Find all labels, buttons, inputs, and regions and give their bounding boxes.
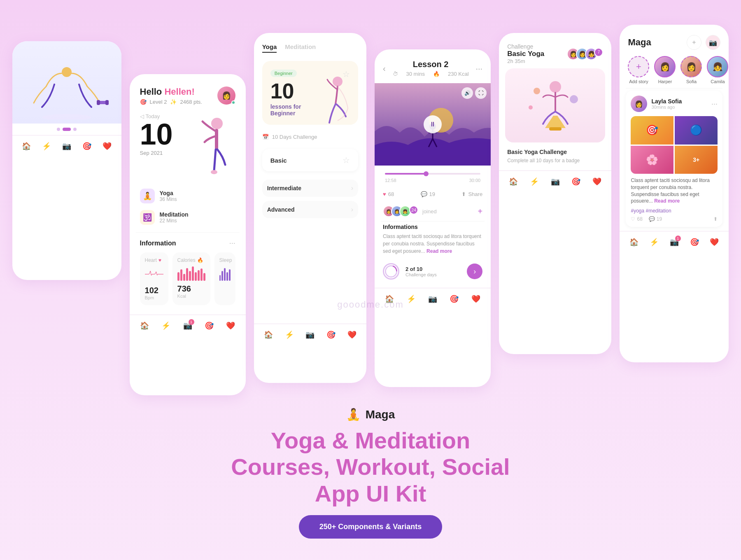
today-section: ◁ Today 10 Sep 2021 — [130, 111, 246, 181]
meditation-label: Meditation — [160, 211, 189, 218]
cta-button[interactable]: 250+ Components & Variants — [299, 515, 443, 539]
main-headline: Yoga & Meditation Courses, Workout, Soci… — [8, 427, 733, 507]
challenge-name: Challenge — [507, 43, 544, 50]
meditation-icon: 🕉️ — [140, 210, 155, 225]
phone-card-5: Challenge Basic Yoga 2h 35m 👩 👩 👧 7 — [499, 33, 611, 354]
meditation-activity: 🕉️ Meditation 22 Mins — [140, 207, 235, 228]
info-cards: Heart ♥ 102 Bpm Calories 🔥 — [140, 252, 235, 305]
user-avatar[interactable]: 👩 — [217, 86, 235, 105]
post-tags[interactable]: #yoga #meditation — [631, 208, 718, 214]
back-icon[interactable]: ‹ — [383, 64, 386, 73]
challenge-info: 2 of 10 Challenge days — [399, 266, 467, 277]
target-icon[interactable]: 🎯 — [82, 142, 91, 151]
meditation-tab[interactable]: Meditation — [285, 43, 316, 53]
post-more-icon[interactable]: ··· — [711, 100, 718, 108]
basic-card[interactable]: Basic ☆ — [262, 149, 358, 171]
comment-icon: 💬 — [421, 191, 427, 197]
heart-icon[interactable]: ❤️ — [471, 294, 480, 303]
reaction-row: ♥ 68 💬 19 ⬆ Share — [375, 187, 491, 201]
lesson-item[interactable]: Intermediate › — [262, 180, 358, 197]
svg-point-17 — [570, 95, 578, 103]
target-icon[interactable]: 🎯 — [205, 321, 214, 330]
heart-icon[interactable]: ❤️ — [103, 142, 112, 151]
story-sofia[interactable]: 👩 Sofia — [680, 56, 702, 84]
month-year: Sep 2021 — [140, 150, 173, 156]
heart-icon[interactable]: ❤️ — [226, 321, 235, 330]
yoga-activity: 🧘 Yoga 36 Mins — [140, 185, 235, 207]
svg-rect-15 — [549, 127, 562, 131]
activity-icon[interactable]: ⚡ — [285, 330, 294, 339]
camera-icon[interactable]: 📷1 — [183, 321, 192, 330]
star-icon[interactable]: ☆ — [343, 155, 350, 165]
post-img-3[interactable]: 🌸 — [631, 146, 673, 174]
activity-icon[interactable]: ⚡ — [530, 177, 539, 186]
calories-label: Calories 🔥 — [177, 257, 205, 263]
likes-item[interactable]: ♥ 68 — [383, 191, 394, 197]
camera-button[interactable]: 📷 — [706, 35, 720, 50]
progress-bar[interactable] — [385, 173, 480, 175]
more-icon[interactable]: ··· — [229, 239, 235, 247]
activity-list: 🧘 Yoga 36 Mins 🕉️ Meditation 22 Mins — [130, 181, 246, 232]
heart-icon[interactable]: ❤️ — [710, 238, 719, 247]
heart-icon: ♥ — [383, 191, 386, 197]
home-icon[interactable]: 🏠 — [509, 177, 518, 186]
home-icon[interactable]: 🏠 — [629, 238, 638, 247]
user-name: Hellen! — [164, 86, 194, 97]
yoga-tab[interactable]: Yoga — [262, 43, 277, 53]
comment-icon: 💬 — [649, 216, 655, 222]
video-controls-top: 🔊 ⛶ — [461, 87, 487, 99]
camila-avatar: 👧 — [707, 56, 728, 77]
info-section: Information ··· Heart ♥ 102 Bpm — [130, 233, 246, 311]
bottom-nav-1: 🏠 ⚡ 📷 🎯 ❤️ — [12, 135, 121, 157]
add-story-item[interactable]: + Add story — [628, 56, 649, 84]
post-img-more[interactable]: 3+ — [675, 146, 718, 174]
like-action[interactable]: ♡ 68 — [631, 216, 642, 222]
target-icon[interactable]: 🎯 — [450, 294, 459, 303]
target-icon[interactable]: 🎯 — [690, 238, 699, 247]
home-icon[interactable]: 🏠 — [385, 294, 394, 303]
target-icon[interactable]: 🎯 — [326, 330, 336, 339]
camera-icon[interactable]: 📷 — [62, 142, 71, 151]
more-icon[interactable]: ··· — [475, 64, 482, 73]
activity-icon[interactable]: ⚡ — [42, 142, 51, 151]
social-header: Maga + 📷 — [620, 25, 729, 54]
save-action[interactable]: ⬆ — [713, 216, 718, 222]
home-icon[interactable]: 🏠 — [22, 142, 31, 151]
story-harper[interactable]: 👩 Harper — [654, 56, 676, 84]
comment-action[interactable]: 💬 19 — [649, 216, 662, 222]
fullscreen-icon[interactable]: ⛶ — [475, 87, 487, 99]
next-button[interactable]: › — [467, 264, 482, 279]
video-player[interactable]: 🔊 ⛶ ⏸ — [375, 83, 491, 166]
svg-rect-3 — [97, 100, 100, 105]
add-icon[interactable]: + — [478, 207, 482, 216]
post-img-1[interactable]: 🎯 — [631, 116, 673, 145]
participant-section: 👩 👩 👧 7 — [567, 48, 603, 60]
heart-icon[interactable]: ❤️ — [347, 330, 357, 339]
calories-chart — [177, 266, 205, 281]
heart-icon[interactable]: ❤️ — [592, 177, 601, 186]
activity-icon[interactable]: ⚡ — [650, 238, 659, 247]
read-more-link[interactable]: Read more — [654, 198, 680, 204]
read-more-link[interactable]: Read more — [426, 248, 452, 254]
info-title: Informations — [383, 224, 482, 230]
level-icon: 🎯 — [140, 99, 147, 105]
post-images: 🎯 🔵 🌸 3+ — [631, 116, 718, 174]
volume-icon[interactable]: 🔊 — [461, 87, 473, 99]
target-icon[interactable]: 🎯 — [571, 177, 580, 186]
post-img-2[interactable]: 🔵 — [675, 116, 718, 145]
home-icon[interactable]: 🏠 — [264, 330, 273, 339]
camera-icon[interactable]: 📷 — [428, 294, 437, 303]
lesson-item[interactable]: Advanced › — [262, 201, 358, 218]
pause-button[interactable]: ⏸ — [424, 115, 442, 133]
stories-row: + Add story 👩 Harper 👩 Sofia 👧 Camila 👩 — [620, 54, 729, 88]
camera-icon[interactable]: 📷 — [305, 330, 315, 339]
activity-icon[interactable]: ⚡ — [407, 294, 416, 303]
camera-icon[interactable]: 📷 — [551, 177, 560, 186]
add-button[interactable]: + — [687, 35, 701, 50]
activity-icon[interactable]: ⚡ — [161, 321, 170, 330]
comments-item[interactable]: 💬 19 — [421, 191, 435, 197]
home-icon[interactable]: 🏠 — [140, 321, 149, 330]
story-camila[interactable]: 👧 Camila — [707, 56, 728, 84]
share-item[interactable]: ⬆ Share — [461, 191, 482, 197]
camera-icon[interactable]: 📷1 — [670, 238, 679, 247]
